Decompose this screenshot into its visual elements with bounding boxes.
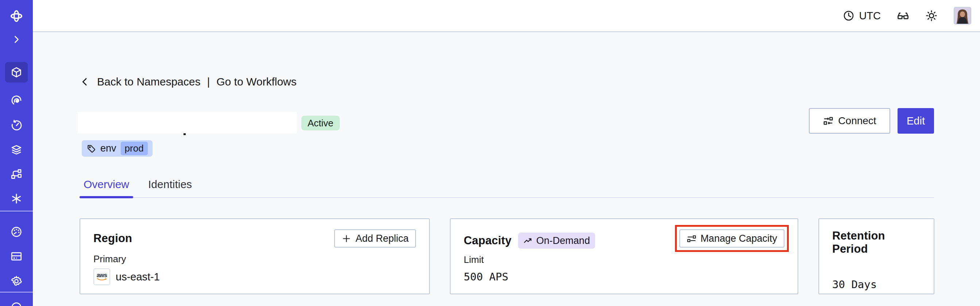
gear-icon [10,275,22,287]
sidebar-item-workflow[interactable] [0,164,33,185]
namespace-title-redacted [78,112,297,133]
add-replica-label: Add Replica [355,233,409,244]
add-replica-button[interactable]: Add Replica [334,230,416,247]
connect-icon [823,115,834,126]
clock-history-icon [10,120,22,132]
asterisk-icon [10,193,22,205]
tab-identities[interactable]: Identities [144,178,196,197]
aws-logo-text: aws [97,273,107,278]
edit-button-label: Edit [907,115,925,127]
avatar-image [955,8,970,24]
status-badge: Active [301,116,340,131]
layers-icon [10,143,22,156]
capacity-card-title: Capacity [464,234,512,247]
gauge-icon [10,226,22,238]
namespace-preview-toggle[interactable] [897,10,909,22]
limit-label: Limit [464,254,784,266]
tag-value-chip: prod [121,142,148,155]
sidebar-expand-chevron-icon[interactable] [0,29,33,49]
highlight-box: Manage Capacity [675,225,789,252]
manage-capacity-label: Manage Capacity [700,233,777,244]
retention-card: Retention Period 30 Days [818,218,934,294]
sun-icon [925,10,938,22]
namespaces-cube-icon [10,66,22,78]
plus-icon [342,234,352,244]
capacity-card: Capacity On-Demand [450,218,798,294]
breadcrumb-separator: | [207,76,210,88]
temporal-logo-icon[interactable] [0,6,33,26]
sidebar-item-history[interactable] [0,115,33,136]
timezone-selector[interactable]: UTC [843,10,881,22]
spiral-icon [10,94,22,107]
sidebar-item-usage[interactable] [0,222,33,242]
aws-logo-icon: aws [94,268,110,285]
sidebar-item-partial[interactable] [0,300,33,306]
sidebar-item-layers[interactable] [0,140,33,160]
connect-button-label: Connect [838,115,876,127]
region-value-row: aws us-east-1 [94,268,416,285]
main-content: Back to Namespaces | Go to Workflows Act… [33,32,980,306]
cards-row: Region Add Replica Primary aws us [80,218,934,294]
sidebar-item-namespaces[interactable] [0,62,33,83]
go-to-workflows-link[interactable]: Go to Workflows [216,76,297,88]
region-card-title: Region [94,232,132,245]
primary-label: Primary [94,253,416,265]
trending-up-icon [523,236,533,246]
aws-smile [97,278,107,281]
edit-button[interactable]: Edit [897,108,934,134]
region-value: us-east-1 [116,271,160,283]
sidebar-item-asterisk[interactable] [0,188,33,209]
workflow-branch-icon [10,168,22,180]
retention-card-title: Retention Period [832,230,921,256]
sidebar-item-settings[interactable] [0,271,33,292]
redaction-artifact [183,133,186,135]
glasses-icon [897,10,909,22]
partial-bottom-icon [10,301,22,306]
billing-card-icon [10,250,22,263]
sidebar-divider [0,292,33,293]
clock-icon [843,10,854,22]
header-actions: Connect Edit [809,108,934,134]
back-to-namespaces-link[interactable]: Back to Namespaces [97,76,200,88]
tab-bar: Overview Identities [80,178,934,198]
sidebar-item-spiral[interactable] [0,90,33,111]
on-demand-badge: On-Demand [518,233,595,249]
breadcrumb: Back to Namespaces | Go to Workflows [80,73,297,90]
topbar: UTC [33,0,980,32]
env-tag[interactable]: env prod [82,140,153,157]
capacity-value: 500 APS [464,271,784,283]
retention-value: 30 Days [832,278,921,291]
manage-capacity-button[interactable]: Manage Capacity [679,230,784,247]
connect-button[interactable]: Connect [809,108,890,134]
theme-toggle[interactable] [925,10,938,22]
sidebar [0,0,33,306]
tab-overview[interactable]: Overview [80,178,133,197]
user-avatar[interactable] [954,7,971,24]
timezone-label: UTC [859,10,881,22]
back-chevron-icon[interactable] [80,76,91,87]
on-demand-badge-label: On-Demand [536,235,590,247]
sidebar-divider [0,211,33,212]
sliders-icon [687,234,697,244]
sidebar-item-billing[interactable] [0,246,33,266]
tag-key: env [100,143,116,154]
region-card: Region Add Replica Primary aws us [80,218,430,294]
tag-icon [86,144,96,153]
